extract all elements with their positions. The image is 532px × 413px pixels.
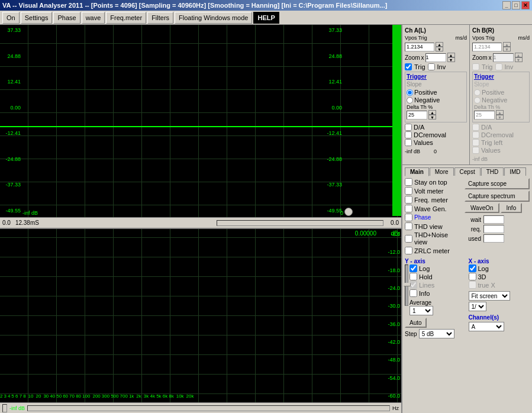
ch-a-dcremoval-checkbox[interactable] — [405, 131, 412, 138]
ch-b-negative-radio[interactable] — [474, 97, 481, 104]
y-hold-row: Hold — [410, 273, 434, 280]
ch-b-values-checkbox[interactable] — [472, 147, 479, 154]
ch-b-dcremoval-checkbox[interactable] — [472, 131, 479, 138]
y-log-check[interactable] — [410, 264, 417, 272]
wait-input[interactable] — [483, 215, 504, 224]
freq-meter-check[interactable] — [405, 196, 412, 204]
wave-gen-check[interactable] — [405, 205, 412, 212]
ch-b-input-row: ▲ ▼ — [472, 42, 530, 51]
minimize-button[interactable]: _ — [502, 1, 511, 9]
ch-a-zoom-up[interactable]: ▲ — [447, 53, 455, 57]
osc-scroll-bar[interactable] — [392, 25, 401, 216]
ch-b-delta-input[interactable] — [474, 111, 495, 120]
fit-screen-select[interactable]: Fit screen — [469, 291, 510, 301]
osc-x-end: 0.0 — [391, 220, 399, 226]
filters-button[interactable]: Filters — [147, 12, 173, 24]
volt-meter-row: Volt meter — [405, 187, 462, 195]
help-button[interactable]: HELP — [253, 12, 279, 24]
ch-a-vpos-down[interactable]: ▼ — [436, 47, 443, 51]
ch-a-delta-input[interactable] — [407, 111, 427, 120]
ch-b-zoom-input[interactable] — [493, 53, 514, 62]
capture-scope-button[interactable]: Capture scope — [465, 178, 530, 189]
ch-b-delta-up[interactable]: ▲ — [496, 110, 504, 115]
oscilloscope-plot: 37.33 24.88 12.41 0.00 -12.41 -24.88 -37… — [0, 25, 401, 228]
volt-meter-check[interactable] — [405, 187, 412, 195]
ch-a-delta-down[interactable]: ▼ — [428, 115, 436, 120]
ch-a-trigger-section: Trigger Slope Positive Negative Delta Th… — [405, 72, 467, 122]
req-input[interactable] — [483, 225, 504, 233]
ch-a-vpos-up[interactable]: ▲ — [436, 42, 443, 47]
y-slider-container — [405, 264, 408, 315]
ch-a-trig-checkbox[interactable] — [405, 63, 412, 70]
x-truex-check[interactable] — [469, 281, 476, 289]
wave-on-button[interactable]: WaveOn — [465, 203, 499, 213]
ch-b-vpos-input[interactable] — [472, 43, 502, 51]
ch-b-delta-down[interactable]: ▼ — [496, 115, 504, 120]
y-hold-check[interactable] — [410, 273, 417, 280]
thd-view-check[interactable] — [405, 222, 412, 230]
tab-main[interactable]: Main — [405, 167, 429, 176]
capture-spectrum-button[interactable]: Capture spectrum — [465, 191, 530, 202]
spectrum-hscrollbar[interactable] — [27, 405, 390, 411]
spectrum-vslider[interactable] — [2, 404, 7, 412]
x-log-check[interactable] — [469, 264, 476, 272]
average-select[interactable]: 1 2 4 8 — [410, 306, 433, 315]
stay-on-top-check[interactable] — [405, 178, 412, 186]
used-input[interactable] — [483, 234, 504, 243]
toolbar: On Settings Phase wave Freq.meter Filter… — [0, 11, 532, 25]
settings-button[interactable]: Settings — [21, 12, 53, 24]
x-3d-row: 3D — [469, 273, 530, 280]
tab-cepst[interactable]: Cepst — [454, 167, 481, 176]
ch-b-vpos-up[interactable]: ▲ — [503, 42, 511, 47]
ch-b-positive-radio[interactable] — [474, 89, 481, 96]
ch-a-da-checkbox[interactable] — [405, 124, 412, 131]
ch-b-vpos-down[interactable]: ▼ — [503, 47, 511, 51]
ch-b-trigleft-checkbox[interactable] — [472, 139, 479, 146]
tab-more[interactable]: More — [430, 167, 454, 176]
channels-label: Channel(s) — [469, 314, 499, 321]
info-button[interactable]: Info — [501, 203, 523, 213]
freq-meter-button[interactable]: Freq.meter — [106, 12, 146, 24]
on-button[interactable]: On — [2, 12, 20, 24]
maximize-button[interactable]: □ — [512, 1, 520, 9]
zrlc-meter-check[interactable] — [405, 247, 412, 254]
ratio-select[interactable]: 1/1 — [469, 302, 486, 311]
tab-imd[interactable]: IMD — [504, 167, 525, 176]
osc-hscrollbar[interactable] — [217, 220, 383, 226]
thd-noise-check[interactable] — [405, 235, 412, 243]
ratio-section: 1/1 — [469, 302, 530, 311]
channel-select[interactable]: A B A+B — [469, 322, 504, 331]
phase-check[interactable] — [405, 214, 412, 221]
title-text: VA -- Visual Analyser 2011 -- [Points = … — [2, 2, 387, 9]
close-button[interactable]: ✕ — [521, 1, 530, 9]
ch-b-zoom-up[interactable]: ▲ — [515, 53, 523, 57]
tab-thd[interactable]: THD — [481, 167, 504, 176]
ch-a-values-checkbox[interactable] — [405, 139, 412, 146]
ch-a-slope-label: Slope — [407, 81, 465, 88]
x-3d-label: 3D — [478, 273, 486, 280]
wave-button[interactable]: wave — [82, 12, 105, 24]
ch-b-da-checkbox[interactable] — [472, 124, 479, 131]
osc-zero-button[interactable] — [344, 208, 353, 216]
ch-a-inv-checkbox[interactable] — [428, 63, 435, 70]
thd-noise-label: THD+Noise view — [414, 231, 462, 246]
y-lines-label: Lines — [419, 282, 434, 289]
ch-b-zoom-down[interactable]: ▼ — [515, 57, 523, 62]
ch-a-negative-row: Negative — [407, 96, 465, 104]
step-select[interactable]: 5 dB 6 dB 10 dB — [419, 329, 454, 338]
y-info-check[interactable] — [410, 289, 417, 297]
ch-b-trig-checkbox[interactable] — [472, 63, 479, 70]
ch-a-delta-up[interactable]: ▲ — [428, 110, 436, 115]
ch-a-positive-radio[interactable] — [407, 89, 413, 96]
phase-button[interactable]: Phase — [53, 12, 80, 24]
auto-button[interactable]: Auto — [405, 318, 427, 328]
floating-windows-button[interactable]: Floating Windows mode — [175, 12, 252, 24]
x-3d-check[interactable] — [469, 273, 476, 280]
ch-b-inv-checkbox[interactable] — [495, 63, 502, 70]
ch-a-negative-radio[interactable] — [407, 97, 413, 104]
ch-a-zoom-down[interactable]: ▼ — [447, 57, 455, 62]
ch-a-zero-val: 0 — [434, 149, 437, 154]
ch-a-zoom-input[interactable] — [425, 53, 446, 62]
y-axis-slider[interactable] — [405, 264, 408, 306]
ch-a-vpos-input[interactable] — [405, 43, 434, 51]
